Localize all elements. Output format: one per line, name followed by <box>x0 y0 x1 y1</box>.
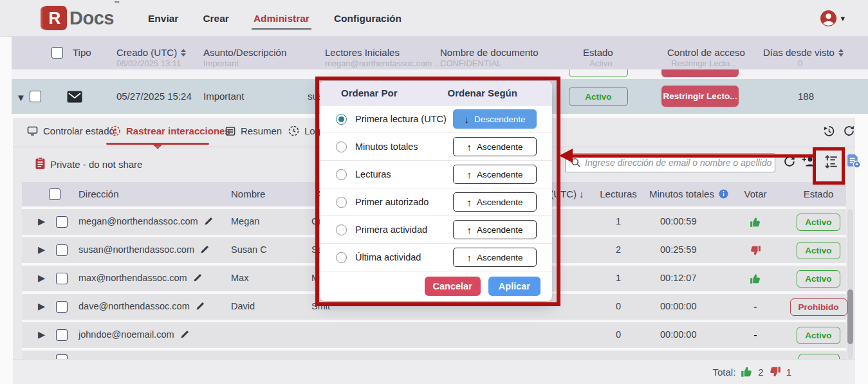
reader-first-name: Megan <box>231 216 259 226</box>
history-button[interactable] <box>822 125 835 140</box>
expand-reader-row[interactable]: ▶ <box>38 301 45 311</box>
edit-pencil-icon[interactable] <box>204 217 213 226</box>
ghost-row-estado: Activo <box>589 59 612 68</box>
info-icon[interactable] <box>719 189 728 199</box>
refresh-panel-button[interactable] <box>843 125 855 140</box>
rdocs-logo[interactable]: R Docs™ <box>42 6 119 30</box>
radio-primer-autorizado[interactable] <box>336 197 347 208</box>
expand-reader-row[interactable]: ▶ <box>38 273 45 283</box>
radio-primera-lectura[interactable] <box>336 114 347 125</box>
user-avatar-icon <box>820 10 837 27</box>
reader-row-checkbox[interactable] <box>56 244 68 256</box>
add-person-icon <box>802 156 817 167</box>
nav-item-crear[interactable]: Crear <box>203 13 229 24</box>
export-report-button[interactable] <box>845 153 862 172</box>
totals-footer: Total: 2 1 <box>13 359 855 384</box>
apply-button[interactable]: Aplicar <box>488 277 540 296</box>
collapse-row-expander[interactable]: ▼ <box>16 92 26 103</box>
sort-option-label: Primer autorizado <box>355 197 453 207</box>
up-arrow-icon: ↑ <box>467 169 472 180</box>
sort-option-lecturas: Lecturas ↑Ascendente <box>320 161 552 188</box>
track-interactions-icon <box>109 125 121 136</box>
restrict-readers-button[interactable]: Restringir Lecto... <box>661 86 739 107</box>
user-menu[interactable]: ▾ <box>820 10 845 27</box>
expand-reader-row[interactable]: ▶ <box>38 216 45 226</box>
col-header-estado: Estado <box>583 47 613 58</box>
reader-search-input[interactable] <box>585 158 775 168</box>
edit-pencil-icon[interactable] <box>180 330 189 339</box>
up-arrow-icon: ↑ <box>467 197 472 208</box>
document-created-date: 05/27/2025 15:24 <box>116 91 192 102</box>
reader-total-minutes: 00:00:00 <box>660 329 696 340</box>
reader-row-checkbox[interactable] <box>56 273 68 284</box>
clipboard-icon <box>35 157 46 170</box>
direction-button-ascendente[interactable]: ↑Ascendente <box>453 137 537 156</box>
direction-button-ascendente[interactable]: ↑Ascendente <box>453 165 537 184</box>
sort-modal-footer: Cancelar Aplicar <box>320 271 552 301</box>
select-all-documents-checkbox[interactable] <box>51 47 63 59</box>
tab-resumen[interactable]: Resumen <box>225 125 282 136</box>
main-nav: Enviar Crear Administrar Configuración <box>148 0 402 37</box>
reader-email: megan@northendassoc.com <box>78 216 198 226</box>
tab-rastrear-interacciones[interactable]: Rastrear interacciones <box>109 125 230 136</box>
edit-pencil-icon[interactable] <box>200 245 209 254</box>
thumbs-up-total: 2 <box>758 367 763 378</box>
col-header-creado[interactable]: Creado (UTC) <box>116 47 186 58</box>
sort-option-primera-lectura: Primera lectura (UTC) ↓Descendente <box>320 105 552 133</box>
edit-pencil-icon[interactable] <box>196 302 205 311</box>
radio-ultima-actividad[interactable] <box>336 252 347 263</box>
vote-none: - <box>753 329 757 341</box>
nav-item-configuracion[interactable]: Configuración <box>334 13 402 24</box>
col-header-creado-label: Creado (UTC) <box>116 47 177 58</box>
direction-button-ascendente[interactable]: ↑Ascendente <box>453 220 537 239</box>
refresh-icon <box>783 155 796 168</box>
direction-label: Descendente <box>474 114 526 124</box>
reader-total-minutes: 00:00:59 <box>660 216 696 226</box>
reader-row-checkbox[interactable] <box>56 329 68 341</box>
col-header-documento: Nombre de documento <box>440 47 539 58</box>
reader-read-count: 0 <box>599 301 638 311</box>
direction-button-descendente[interactable]: ↓Descendente <box>453 109 537 129</box>
radio-primera-actividad[interactable] <box>336 224 347 235</box>
thumb-up-icon <box>750 273 761 284</box>
sort-options-icon <box>822 153 840 170</box>
thumb-up-icon <box>741 366 753 378</box>
tab-label: Controlar estado <box>43 125 115 136</box>
nav-item-administrar[interactable]: Administrar <box>254 13 309 24</box>
col-header-lectores: Lectores Iniciales <box>325 47 400 58</box>
reader-row: ▶ johndoe@noemail.com 0 00:00:00 - Activ… <box>22 322 846 348</box>
tab-label: Log <box>304 125 320 136</box>
radio-minutos-totales[interactable] <box>336 142 347 152</box>
reader-first-name: Susan C <box>231 244 267 255</box>
reader-status-badge: Activo <box>797 270 840 288</box>
direction-button-ascendente[interactable]: ↑Ascendente <box>453 248 537 267</box>
expand-reader-row[interactable]: ▶ <box>38 244 45 255</box>
app-window: R Docs™ Enviar Crear Administrar Configu… <box>0 0 868 384</box>
expand-reader-row[interactable]: ▶ <box>38 329 45 340</box>
add-reader-button[interactable] <box>802 156 817 170</box>
edit-pencil-icon[interactable] <box>193 273 202 282</box>
document-row-checkbox[interactable] <box>30 91 41 102</box>
sort-options-modal: Ordenar Por Ordenar Según Primera lectur… <box>320 81 552 301</box>
tab-controlar-estado[interactable]: Controlar estado <box>27 125 115 136</box>
sort-toggle-icon <box>838 49 844 57</box>
col-header-dias[interactable]: Días desde visto <box>763 47 844 58</box>
readers-scrollbar[interactable] <box>847 209 853 359</box>
refresh-readers-button[interactable] <box>783 155 796 170</box>
reader-search-box <box>565 153 775 172</box>
sort-option-label: Minutos totales <box>355 142 453 152</box>
reader-email: dave@northendassoc.com <box>78 301 190 311</box>
tab-log[interactable]: Log <box>288 125 320 136</box>
reader-row-checkbox[interactable] <box>56 216 68 228</box>
reader-total-minutes: 00:00:00 <box>660 301 696 311</box>
scrollbar-thumb[interactable] <box>847 289 853 344</box>
radio-lecturas[interactable] <box>336 169 347 180</box>
nav-item-enviar[interactable]: Enviar <box>148 13 178 24</box>
sort-modal-header: Ordenar Por Ordenar Según <box>320 81 552 105</box>
direction-button-ascendente[interactable]: ↑Ascendente <box>453 192 537 212</box>
cancel-button[interactable]: Cancelar <box>425 277 481 296</box>
direction-label: Ascendente <box>477 142 522 152</box>
sort-readers-button[interactable] <box>822 153 840 173</box>
reader-row-checkbox[interactable] <box>56 301 68 313</box>
select-all-readers-checkbox[interactable] <box>49 188 60 200</box>
